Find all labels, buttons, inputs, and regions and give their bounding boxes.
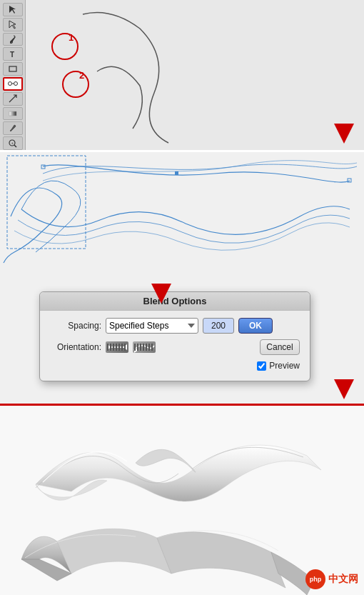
tool-type[interactable]: T — [3, 47, 23, 61]
workspace-bottom: php 中文网 — [0, 406, 364, 595]
workspace-middle: Blend Options Spacing: Specified Steps S… — [0, 152, 364, 406]
blend-options-dialog: Blend Options Spacing: Specified Steps S… — [39, 291, 310, 381]
toolbar: T + — [0, 0, 26, 150]
canvas-top: 1 2 — [26, 0, 364, 150]
svg-point-4 — [14, 82, 17, 86]
steps-input[interactable] — [203, 318, 234, 334]
cancel-button[interactable]: Cancel — [260, 339, 300, 355]
svg-marker-23 — [134, 347, 138, 353]
tool-zoom[interactable]: + — [3, 136, 23, 150]
tool-gradient[interactable] — [3, 107, 23, 121]
svg-marker-24 — [334, 379, 354, 399]
tool-pen[interactable] — [3, 33, 23, 46]
svg-text:1: 1 — [69, 32, 74, 43]
orientation-align-to-path[interactable] — [133, 341, 156, 353]
svg-point-3 — [8, 82, 11, 86]
spacing-select[interactable]: Specified Steps Specified Distance Smoot… — [106, 318, 198, 334]
tool-eyedrop[interactable] — [3, 121, 23, 135]
ok-button[interactable]: OK — [238, 318, 273, 334]
arrow-down-2 — [331, 376, 357, 405]
svg-text:2: 2 — [79, 70, 84, 81]
dialog-arrow — [148, 281, 174, 309]
tool-blend[interactable] — [3, 77, 23, 91]
blend-shape-bottom — [14, 516, 328, 595]
svg-rect-6 — [9, 111, 16, 116]
svg-text:+: + — [11, 141, 14, 145]
svg-point-12 — [63, 71, 89, 97]
preview-checkbox[interactable] — [257, 361, 266, 371]
preview-label: Preview — [269, 361, 300, 371]
tool-rect[interactable] — [3, 62, 23, 76]
svg-marker-19 — [151, 284, 171, 304]
spacing-row: Spacing: Specified Steps Specified Dista… — [50, 318, 300, 334]
dialog-title: Blend Options — [40, 292, 310, 311]
orientation-label: Orientation: — [50, 342, 101, 352]
workspace-top: T + — [0, 0, 364, 150]
svg-marker-14 — [334, 124, 354, 144]
svg-line-8 — [14, 145, 16, 147]
orientation-row: Orientation: — [50, 339, 300, 355]
watermark-text: 中文网 — [328, 573, 358, 586]
tool-select[interactable] — [3, 3, 23, 16]
preview-row: Preview — [50, 361, 300, 374]
svg-point-10 — [52, 34, 78, 59]
svg-rect-18 — [175, 171, 178, 175]
spacing-label: Spacing: — [50, 321, 101, 331]
svg-marker-22 — [123, 344, 127, 350]
svg-marker-21 — [107, 344, 111, 350]
tool-direct-select[interactable] — [3, 18, 23, 31]
watermark-logo: php — [305, 569, 325, 589]
svg-rect-2 — [9, 66, 16, 71]
watermark: php 中文网 — [305, 569, 358, 589]
arrow-down-1 — [331, 121, 357, 149]
orientation-align-to-page[interactable] — [106, 341, 128, 353]
canvas-blend-paths — [0, 152, 364, 295]
svg-rect-16 — [41, 165, 45, 169]
svg-text:T: T — [10, 51, 14, 59]
tool-scale[interactable] — [3, 92, 23, 106]
